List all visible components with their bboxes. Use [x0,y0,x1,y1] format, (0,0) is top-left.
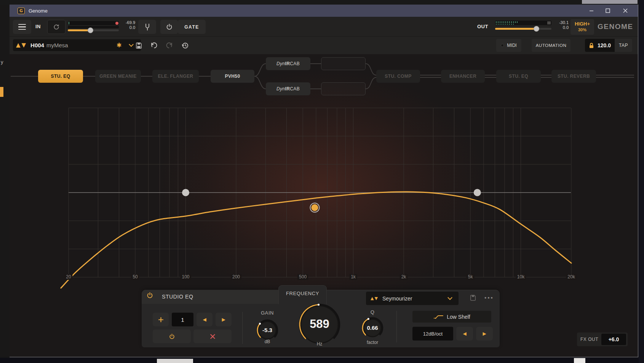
eq-preset-name: Seymourizer [382,296,412,302]
fx-out-label: FX OUT [580,337,598,342]
delete-x-icon [210,334,215,339]
gate-button[interactable]: GATE [178,20,206,34]
axis-tick-1k: 1k [349,274,357,280]
midi-button[interactable]: MIDI [496,39,521,52]
frequency-unit: Hz [310,341,329,347]
quality-percent: 30% [578,27,586,32]
eq-band-handle[interactable] [474,189,481,196]
band-power-button[interactable] [153,329,191,343]
minimize-button[interactable] [584,5,599,17]
genome-app: y G Genome IN [0,0,644,363]
input-gain-thumb[interactable] [88,27,93,33]
automation-label: AUTOMATION [536,43,567,48]
redo-button[interactable] [164,40,174,50]
preset-next-icon[interactable]: ▼ [22,42,26,48]
tempo-display[interactable]: 120.0 [585,39,615,52]
gain-knob[interactable]: -5.3 [256,319,279,342]
main-toolbar: IN -69.9 0.0 [10,17,638,37]
eq-preset-next-icon[interactable]: ▼ [374,296,377,301]
axis-tick-100: 100 [181,274,191,280]
previous-type-button[interactable]: ◀ [456,327,473,341]
eq-power-button[interactable] [146,292,153,299]
input-sync-button[interactable] [47,20,66,34]
input-clip-indicator[interactable] [115,22,118,25]
tuner-button[interactable] [138,20,156,34]
left-triangle-icon: ◀ [463,331,466,337]
main-content: STU. EQGREEN MEANIEELE. FLANGERPVH50DynI… [10,54,638,357]
axis-tick-10k: 10k [516,274,526,280]
input-gain-fill [68,29,90,31]
filter-type-label: Low Shelf [447,314,470,320]
frequency-value: 589 [297,317,342,331]
previous-band-button[interactable]: ◀ [197,313,213,326]
desktop-background [0,5,10,358]
filter-type-button[interactable]: Low Shelf [412,311,491,323]
background-artifact: y [1,59,3,65]
next-type-button[interactable]: ▶ [476,327,493,341]
title-bar[interactable]: G Genome [10,5,638,17]
eq-panel-title: STUDIO EQ [162,294,193,300]
input-meter [68,21,119,25]
background-artifact [582,0,638,4]
add-band-button[interactable] [153,313,169,326]
undo-icon [150,42,158,50]
axis-tick-500: 500 [297,274,308,280]
global-power-button[interactable] [160,20,178,34]
eq-band-handle[interactable] [182,189,189,196]
frequency-knob[interactable]: 589 [297,302,342,347]
midi-label: MIDI [507,43,516,48]
close-button[interactable] [618,5,633,17]
low-shelf-icon [433,314,443,320]
output-meter-cap [547,21,551,24]
fx-out-value[interactable]: +6.0 [601,334,626,345]
tap-tempo-button[interactable]: TAP [615,39,632,52]
plus-icon [158,317,163,322]
band-number-display[interactable]: 1 [172,313,193,326]
eq-more-options-button[interactable]: ••• [484,294,494,301]
quality-button[interactable]: HIGH+ 30% [570,19,594,35]
window-title: Genome [29,8,48,14]
output-meter-segments [496,21,518,23]
menu-button[interactable] [13,20,31,34]
axis-tick-20k: 20k [566,274,576,280]
eq-band-handle-selected[interactable] [310,203,319,212]
divider [396,311,397,342]
input-peak-value: -69.9 [120,20,135,25]
left-triangle-icon: ◀ [203,317,206,323]
lock-icon [589,43,594,48]
maximize-button[interactable] [600,5,615,17]
slope-display[interactable]: 12dB/oct [412,327,453,341]
save-icon [135,42,142,49]
q-knob[interactable]: 0.66 [361,316,384,339]
power-icon [166,23,173,31]
output-gain-thumb[interactable] [534,26,539,32]
output-meter-values: -30.1 0.0 [554,20,569,30]
input-label: IN [35,24,41,29]
preset-selector[interactable]: ▲ ▼ H004 myMesa ✱ [13,39,141,51]
axis-tick-2k: 2k [400,274,408,280]
preset-name: myMesa [46,42,68,48]
history-button[interactable] [180,40,190,50]
input-meter-2 [68,26,119,28]
desktop-background [639,0,644,363]
minimize-icon [589,8,594,13]
redo-icon [165,42,173,50]
maximize-icon [606,8,610,13]
preset-modified-icon: ✱ [117,42,121,49]
eq-preset-previous-icon[interactable]: ▲ [371,296,374,301]
delete-band-button[interactable] [193,329,232,343]
fx-out-control[interactable]: FX OUT +6.0 [577,332,628,346]
preset-previous-icon[interactable]: ▲ [16,42,21,48]
undo-button[interactable] [149,40,159,50]
eq-save-preset-button[interactable] [470,294,476,301]
gain-unit: dB [260,339,275,344]
quality-mode: HIGH+ [575,21,590,27]
axis-tick-5k: 5k [467,274,475,280]
next-band-button[interactable]: ▶ [216,313,232,326]
eq-preset-chevron-icon[interactable] [447,295,452,300]
tempo-value: 120.0 [598,42,611,48]
save-preset-button[interactable] [134,40,144,50]
automation-button[interactable]: AUTOMATION [532,39,570,52]
eq-preset-selector[interactable]: ▲ ▼ Seymourizer [366,292,459,305]
preset-dropdown-chevron-icon[interactable] [129,42,134,47]
